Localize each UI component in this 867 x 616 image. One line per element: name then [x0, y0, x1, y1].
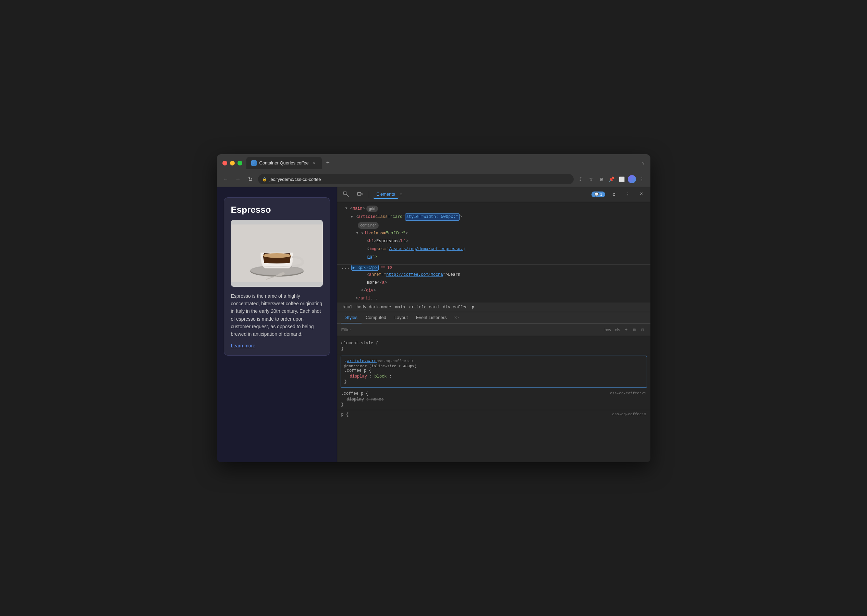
coffee-title: Espresso: [231, 204, 323, 215]
element-style-selector: element.style {: [341, 341, 646, 346]
toolbar-separator: [369, 191, 369, 198]
browser-window: J Container Queries coffee × + ∨ ← → ↻ 🔒…: [217, 154, 650, 462]
active-tab[interactable]: J Container Queries coffee ×: [246, 157, 322, 169]
style-source-21[interactable]: css-cq-coffee:21: [610, 391, 646, 397]
nav-bar: ← → ↻ 🔒 jec.fyi/demo/css-cq-coffee ⤴ ☆ ⊕…: [217, 172, 650, 187]
dom-tree: <main> grid <article class="card" style=…: [337, 202, 650, 264]
breadcrumb-div-coffee[interactable]: div.coffee: [441, 304, 469, 310]
container-query-label: @container (inline-size > 400px): [345, 364, 643, 368]
cls-filter[interactable]: .cls: [614, 327, 620, 332]
more-style-tabs[interactable]: >>: [451, 312, 462, 324]
event-listeners-tab[interactable]: Event Listeners: [412, 312, 451, 324]
bookmark-button[interactable]: ☆: [587, 175, 596, 184]
dom-a-line[interactable]: <a href="http://coffee.com/mocha" >Learn: [337, 271, 650, 279]
dom-img-line[interactable]: <img src="/assets/img/demo/cof-espresso.…: [337, 245, 650, 253]
element-style-close: }: [341, 346, 646, 351]
styles-filter-input[interactable]: [341, 327, 601, 332]
inspect-style-button[interactable]: ⊞: [631, 327, 638, 333]
breadcrumb-article[interactable]: article.card: [408, 304, 440, 310]
styles-filter-bar: :hov .cls + ⊞ ⊡: [337, 324, 650, 336]
coffee-card: Espresso: [224, 197, 330, 356]
dom-article-line[interactable]: <article class="card" style="width: 500p…: [337, 213, 650, 221]
article-triangle[interactable]: [351, 214, 356, 220]
more-options-button[interactable]: ⋮: [623, 189, 633, 199]
tab-title: Container Queries coffee: [260, 160, 309, 165]
computed-tab[interactable]: Computed: [362, 312, 390, 324]
styles-tab[interactable]: Styles: [341, 312, 362, 324]
share-button[interactable]: ⤴: [576, 175, 585, 184]
dollar-zero-indicator: == $0: [381, 266, 392, 270]
p-block: p { css-cq-coffee:3: [337, 410, 650, 420]
new-tab-button[interactable]: +: [323, 158, 333, 168]
tab-close-button[interactable]: ×: [312, 160, 317, 166]
inspect-element-button[interactable]: [341, 189, 351, 199]
settings-button[interactable]: ⚙: [609, 189, 619, 199]
coffee-image: [231, 220, 323, 287]
pin-button[interactable]: 📌: [607, 175, 616, 184]
div-coffee-triangle[interactable]: [356, 231, 361, 236]
more-tabs-button[interactable]: »: [400, 192, 403, 197]
minimize-traffic-light[interactable]: [230, 161, 235, 165]
webpage: Espresso: [217, 187, 337, 462]
add-rule-button[interactable]: +: [623, 327, 630, 333]
refresh-button[interactable]: ↻: [246, 174, 255, 184]
arrow-indicator: ↗: [345, 359, 346, 363]
pseudo-filter[interactable]: :hov: [603, 327, 611, 332]
main-triangle[interactable]: [345, 206, 350, 211]
svg-rect-9: [357, 193, 361, 195]
article-card-link[interactable]: article.card: [347, 359, 377, 363]
dom-img-line2: pg">: [337, 253, 650, 261]
breadcrumb-html[interactable]: html: [341, 304, 354, 310]
element-style-block: element.style { }: [337, 339, 650, 354]
learn-more-link[interactable]: Learn more: [231, 343, 323, 349]
dom-main-line[interactable]: <main> grid: [337, 205, 650, 213]
title-bar: J Container Queries coffee × + ∨: [217, 154, 650, 172]
profile-avatar[interactable]: [628, 175, 636, 183]
layout-tab[interactable]: Layout: [390, 312, 412, 324]
main-grid-badge: grid: [366, 206, 378, 212]
coffee-p-selector: .coffee p {: [345, 368, 643, 373]
display-none-property: display : none;: [341, 397, 646, 402]
breadcrumb-body[interactable]: body.dark-mode: [355, 304, 392, 310]
tab-collapse-button[interactable]: ∨: [642, 161, 645, 165]
dom-container-badge-line: container: [337, 221, 650, 229]
chat-icon: 💬: [594, 192, 599, 196]
dom-div-coffee-line[interactable]: <div class="coffee" >: [337, 229, 650, 237]
styles-content: element.style { } ↗ article.card css-cq-…: [337, 336, 650, 462]
expand-dots[interactable]: ...: [341, 265, 350, 270]
back-button[interactable]: ←: [221, 174, 231, 184]
devtools-panel: Elements » 💬 1 ⚙ ⋮ × <main> grid: [337, 187, 650, 462]
window-button[interactable]: ⬜: [617, 175, 626, 184]
extensions-button[interactable]: ⊕: [597, 175, 606, 184]
browser-content: Espresso: [217, 187, 650, 462]
dom-a-more-line: more </a>: [337, 279, 650, 287]
elements-tab[interactable]: Elements: [373, 190, 398, 199]
fullscreen-traffic-light[interactable]: [238, 161, 242, 165]
dom-div-close-line: </div>: [337, 287, 650, 295]
style-source-30[interactable]: css-cq-coffee:30: [377, 359, 413, 363]
container-query-block: ↗ article.card css-cq-coffee:30 @contain…: [341, 356, 647, 388]
style-source-3[interactable]: css-cq-coffee:3: [612, 412, 646, 418]
coffee-description: Espresso is the name of a highly concent…: [231, 292, 323, 338]
breadcrumb-main[interactable]: main: [394, 304, 406, 310]
address-bar[interactable]: 🔒 jec.fyi/demo/css-cq-coffee: [258, 174, 574, 184]
nav-actions: ⤴ ☆ ⊕ 📌 ⬜ ⋮: [576, 175, 646, 184]
dom-h1-line[interactable]: <h1> Espresso </h1>: [337, 237, 650, 245]
device-toggle-button[interactable]: [355, 189, 365, 199]
styles-panel: Styles Computed Layout Event Listeners >…: [337, 312, 650, 462]
forward-button[interactable]: →: [233, 174, 243, 184]
coffee-p-selector2: .coffee p {: [341, 391, 368, 396]
coffee-p-block: .coffee p { css-cq-coffee:21 display : n…: [337, 389, 650, 410]
tab-favicon: J: [251, 160, 256, 166]
breadcrumb-bar: html body.dark-mode main article.card di…: [337, 303, 650, 312]
svg-point-3: [263, 253, 291, 258]
breadcrumb-p[interactable]: p: [470, 304, 475, 310]
menu-button[interactable]: ⋮: [637, 175, 646, 184]
p-selector: p {: [341, 412, 349, 417]
chat-badge: 💬 1: [592, 192, 605, 197]
p-tag-selected[interactable]: ▶ <p>…</p>: [351, 265, 379, 271]
copy-style-button[interactable]: ⊡: [639, 327, 646, 333]
a-href-link[interactable]: http://coffee.com/mocha: [386, 272, 443, 278]
close-traffic-light[interactable]: [222, 161, 227, 165]
devtools-close-button[interactable]: ×: [637, 189, 646, 199]
